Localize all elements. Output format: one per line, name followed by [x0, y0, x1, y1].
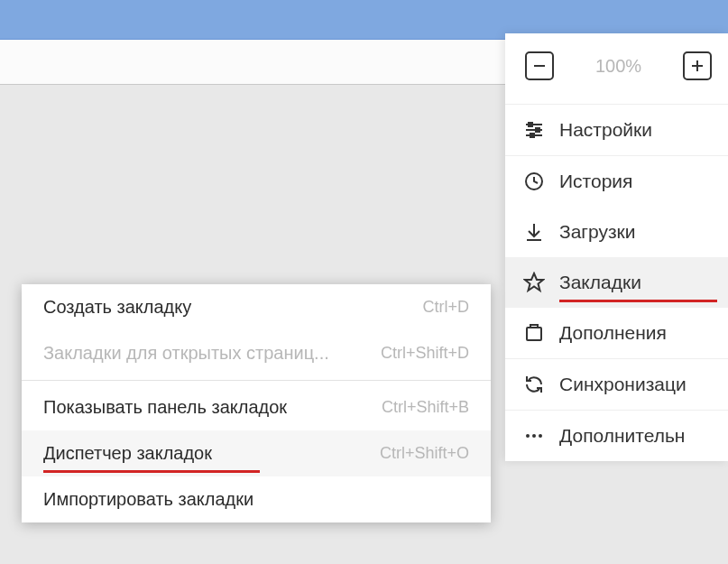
submenu-label: Закладки для открытых страниц...: [43, 343, 329, 364]
submenu-shortcut: Ctrl+Shift+O: [380, 444, 469, 463]
menu-label: Дополнения: [559, 322, 667, 344]
menu-item-sync[interactable]: Синхронизаци: [505, 359, 728, 410]
menu-item-history[interactable]: История: [505, 156, 728, 207]
menu-item-downloads[interactable]: Загрузки: [505, 207, 728, 257]
settings-icon: [523, 119, 559, 141]
downloads-icon: [523, 221, 559, 243]
svg-rect-8: [530, 134, 534, 137]
submenu-shortcut: Ctrl+D: [422, 298, 469, 317]
highlight-underline: [43, 470, 260, 473]
menu-label: Синхронизаци: [559, 374, 687, 395]
zoom-controls: 100%: [505, 33, 728, 105]
highlight-underline: [559, 300, 717, 302]
menu-label: Закладки: [559, 272, 641, 293]
menu-item-settings[interactable]: Настройки: [505, 105, 728, 155]
submenu-item-import[interactable]: Импортировать закладки: [22, 476, 491, 522]
zoom-in-button[interactable]: [683, 51, 712, 80]
menu-label: Загрузки: [559, 221, 636, 243]
menu-label: Дополнительн: [559, 425, 685, 447]
more-icon: [523, 425, 559, 447]
svg-marker-12: [525, 273, 543, 291]
sync-icon: [523, 374, 559, 395]
zoom-out-button[interactable]: [525, 51, 554, 80]
svg-point-16: [532, 434, 536, 438]
svg-rect-13: [527, 328, 541, 340]
submenu-item-manager[interactable]: Диспетчер закладок Ctrl+Shift+O: [22, 430, 491, 476]
svg-rect-14: [530, 325, 538, 328]
submenu-item-show-bar[interactable]: Показывать панель закладок Ctrl+Shift+B: [22, 384, 491, 430]
bookmarks-icon: [523, 272, 559, 293]
svg-point-15: [526, 434, 530, 438]
extensions-icon: [523, 322, 559, 344]
svg-rect-6: [529, 123, 532, 126]
minus-icon: [533, 60, 546, 72]
history-icon: [523, 171, 559, 192]
submenu-shortcut: Ctrl+Shift+D: [381, 344, 469, 363]
bookmarks-submenu: Создать закладку Ctrl+D Закладки для отк…: [22, 284, 491, 522]
svg-point-17: [539, 434, 542, 438]
plus-icon: [691, 60, 704, 72]
svg-rect-7: [536, 128, 539, 132]
submenu-label: Показывать панель закладок: [43, 397, 287, 418]
submenu-label: Импортировать закладки: [43, 489, 253, 510]
submenu-shortcut: Ctrl+Shift+B: [382, 398, 469, 417]
menu-item-bookmarks[interactable]: Закладки: [505, 257, 728, 308]
menu-item-more[interactable]: Дополнительн: [505, 411, 728, 461]
menu-label: История: [559, 171, 632, 192]
submenu-label: Диспетчер закладок: [43, 443, 212, 464]
zoom-level: 100%: [595, 56, 641, 77]
menu-label: Настройки: [559, 119, 652, 141]
menu-item-extensions[interactable]: Дополнения: [505, 308, 728, 358]
submenu-label: Создать закладку: [43, 297, 191, 318]
main-menu: 100% Настройки История Загрузки: [505, 33, 728, 461]
submenu-item-create-bookmark[interactable]: Создать закладку Ctrl+D: [22, 284, 491, 330]
submenu-item-bookmarks-open-pages: Закладки для открытых страниц... Ctrl+Sh…: [22, 330, 491, 376]
